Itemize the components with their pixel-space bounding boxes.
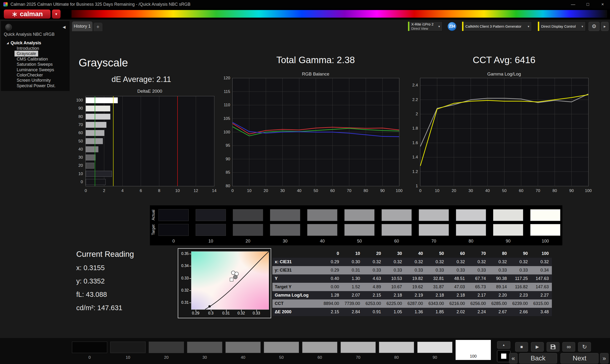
- sidebar-collapse-button[interactable]: ◀: [61, 24, 67, 30]
- table-row-label: CCT: [272, 299, 321, 308]
- stop-button[interactable]: ■: [515, 342, 528, 351]
- table-cell: 147.63: [531, 274, 552, 283]
- logo-menu-button[interactable]: ▼: [52, 10, 61, 19]
- maximize-button[interactable]: □: [581, 0, 595, 9]
- sidebar-item-saturation-sweeps[interactable]: Saturation Sweeps: [15, 62, 54, 67]
- deltae-chart-title: DeltaE 2000: [86, 89, 214, 94]
- strip-level-label: 0: [158, 239, 189, 244]
- pattern-level-label: 0: [72, 355, 107, 360]
- table-cell: 6253.00: [363, 299, 384, 308]
- add-tab-button[interactable]: +: [93, 23, 103, 31]
- pattern-window-button[interactable]: [497, 350, 510, 362]
- actual-swatch-30: [270, 209, 300, 221]
- grayscale-heading: Grayscale: [79, 56, 128, 69]
- gamma-plot: 010203040506070809010011.21.41.61.822.22…: [420, 78, 589, 186]
- table-col-header: 60: [447, 249, 468, 258]
- sidebar-item-spectral-power-dist-[interactable]: Spectral Power Dist.: [15, 83, 57, 88]
- continuous-measure-button[interactable]: ∞: [562, 342, 575, 351]
- pattern-swatch-30[interactable]: [187, 342, 222, 353]
- calman-logo[interactable]: ∗ calman: [4, 10, 51, 19]
- tab-history-1[interactable]: History 1: [72, 21, 92, 31]
- table-col-header: 20: [363, 249, 384, 258]
- x-axis-tick: 50: [502, 188, 506, 193]
- tick-mark: [189, 290, 191, 291]
- x-axis-tick: 30: [280, 188, 285, 193]
- deltae-bar-50: [86, 138, 103, 144]
- pattern-swatch-100[interactable]: 100: [455, 340, 491, 360]
- deltae-bar-10: [86, 171, 112, 177]
- sidebar-item-introduction[interactable]: Introduction: [15, 46, 41, 51]
- save-button[interactable]: [547, 342, 559, 351]
- y-axis-tick: 85: [226, 170, 230, 175]
- meter-dropdown[interactable]: X-Rite i1Pro 2 Direct View ▼: [408, 21, 442, 31]
- prev-page-button[interactable]: «: [509, 353, 518, 364]
- table-cell: 0.31: [342, 266, 363, 274]
- chevron-down-icon: ▼: [525, 25, 532, 28]
- y-axis-tick: 20: [78, 163, 83, 168]
- gear-icon: ⚙: [592, 23, 597, 29]
- actual-swatch-100: [530, 209, 560, 221]
- sidebar: ◀ Quick Analysis NBC sRGB ◢ Quick Analys…: [1, 21, 70, 91]
- table-col-header: 30: [384, 249, 405, 258]
- table-cell: 2.15: [321, 308, 342, 316]
- table-cell: 0.32: [489, 258, 510, 266]
- loop-button[interactable]: ↻: [578, 342, 591, 351]
- settings-button[interactable]: ⚙: [589, 22, 599, 31]
- pattern-swatch-40[interactable]: [225, 342, 261, 353]
- table-cell: 116.82: [510, 283, 531, 291]
- cie-x-tick: 0.33: [253, 311, 260, 315]
- table-cell: 6287.00: [405, 299, 426, 308]
- rgb-balance-chart-title: RGB Balance: [232, 71, 399, 77]
- pattern-swatch-50[interactable]: [264, 342, 299, 353]
- table-cell: 0.33: [363, 266, 384, 274]
- pattern-swatch-70[interactable]: [340, 342, 376, 353]
- measurement-table: 0102030405060708090100 x: CIE310.290.300…: [272, 249, 552, 316]
- pattern-swatch-10[interactable]: [110, 342, 146, 353]
- play-button[interactable]: ▶: [531, 342, 544, 351]
- pattern-swatch-0[interactable]: [72, 342, 107, 353]
- close-button[interactable]: ×: [595, 0, 610, 9]
- x-axis-tick: 10: [247, 188, 251, 193]
- table-cell: 6225.00: [384, 299, 405, 308]
- table-cell: 0.32: [405, 258, 426, 266]
- pattern-swatch-80[interactable]: [379, 342, 414, 353]
- meter-count-badge[interactable]: 234: [447, 22, 456, 31]
- target-swatch-50: [344, 224, 375, 236]
- next-button[interactable]: Next: [560, 353, 598, 364]
- expander-triangle-icon: ◢: [7, 41, 9, 45]
- table-col-header: 40: [405, 249, 426, 258]
- pattern-source-dropdown[interactable]: CalMAN Client 3 Pattern Generator ▼: [462, 21, 532, 31]
- meter-status-icon[interactable]: [5, 24, 12, 30]
- strip-level-label: 10: [196, 239, 226, 244]
- sidebar-item-grayscale[interactable]: Grayscale: [15, 51, 38, 56]
- sidebar-item-colorchecker[interactable]: ColorChecker: [15, 72, 45, 78]
- table-cell: 147.63: [531, 283, 552, 291]
- pattern-swatch-20[interactable]: [149, 342, 184, 353]
- strip-level-label: 40: [307, 239, 337, 244]
- measured-point: [234, 275, 237, 279]
- chevron-down-icon: ▼: [436, 25, 442, 28]
- minimize-button[interactable]: —: [566, 0, 581, 9]
- table-cell: 0.32: [531, 258, 552, 266]
- table-cell: 48.51: [447, 274, 468, 283]
- sidebar-item-luminance-sweeps[interactable]: Luminance Sweeps: [15, 67, 56, 72]
- next-page-button[interactable]: »: [600, 353, 609, 364]
- pattern-swatch-60[interactable]: [302, 342, 337, 353]
- table-col-header: 100: [531, 249, 552, 258]
- logo-bar: ∗ calman ▼: [0, 9, 610, 20]
- sidebar-item-screen-uniformity[interactable]: Screen Uniformity: [15, 78, 53, 83]
- sidebar-item-cms-calibration[interactable]: CMS Calibration: [15, 56, 50, 62]
- rgb-balance-plot: 0102030405060708090100808590951001051101…: [232, 78, 399, 186]
- sidebar-root-node[interactable]: ◢ Quick Analysis: [7, 40, 41, 46]
- display-control-dropdown[interactable]: Direct Display Control ▼: [538, 21, 586, 31]
- panel-expand-button[interactable]: ►: [601, 22, 609, 31]
- back-button[interactable]: Back: [519, 353, 557, 364]
- pattern-swatch-90[interactable]: [417, 342, 453, 353]
- pattern-panel-up-button[interactable]: ▲: [497, 341, 510, 349]
- y-axis-tick: 60: [78, 130, 83, 135]
- pattern-level-label: 90: [417, 355, 453, 360]
- table-cell: 8894.00: [321, 299, 342, 308]
- table-cell: 1.28: [321, 291, 342, 299]
- table-row-label: Target Y: [272, 283, 321, 291]
- double-chevron-left-icon: «: [512, 355, 515, 362]
